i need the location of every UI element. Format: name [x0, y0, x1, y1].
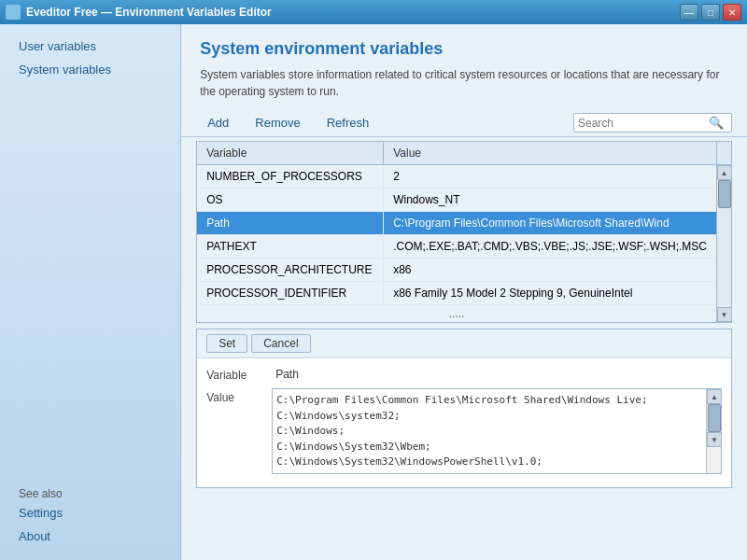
content-header: System environment variables System vari… [181, 24, 747, 109]
table-body-container: NUMBER_OF_PROCESSORS 2 OS Windows_NT Pat… [197, 165, 731, 322]
edit-toolbar: Set Cancel [197, 329, 731, 358]
variables-table-container: Variable Value NUMBER_OF_PROCESSORS 2 OS… [196, 141, 732, 323]
value-scroll-down[interactable]: ▼ [707, 432, 722, 447]
scroll-thumb[interactable] [718, 180, 731, 208]
table-scrollbar[interactable]: ▲ ▼ [716, 165, 731, 322]
value-label: Value [206, 388, 272, 404]
refresh-button[interactable]: Refresh [316, 113, 381, 133]
edit-section: Set Cancel Variable Path Value C:\Progra… [196, 329, 732, 488]
variable-label: Variable [206, 366, 272, 382]
close-button[interactable]: ✕ [723, 4, 741, 21]
page-description: System variables store information relat… [200, 66, 728, 100]
table-row[interactable]: NUMBER_OF_PROCESSORS 2 [197, 165, 716, 189]
set-button[interactable]: Set [206, 334, 247, 353]
header-value: Value [384, 142, 716, 164]
table-row[interactable]: PROCESSOR_ARCHITECTURE x86 [197, 259, 716, 282]
value-scrollbar[interactable]: ▲ ▼ [706, 389, 721, 473]
cell-variable: PATHEXT [197, 235, 384, 258]
main-layout: User variables System variables See also… [0, 24, 747, 560]
maximize-button[interactable]: □ [701, 4, 720, 21]
search-icon: 🔍 [709, 116, 724, 130]
minimize-button[interactable]: — [680, 4, 698, 21]
cell-value: x86 Family 15 Model 2 Stepping 9, Genuin… [384, 282, 716, 304]
table-row[interactable]: OS Windows_NT [197, 189, 716, 212]
sidebar-bottom: See also Settings About [7, 482, 173, 549]
window-title: Eveditor Free — Environment Variables Ed… [26, 6, 272, 19]
content-area: System environment variables System vari… [181, 24, 747, 560]
cell-variable: PROCESSOR_ARCHITECTURE [197, 259, 384, 281]
table-row-selected[interactable]: Path C:\Program Files\Common Files\Micro… [197, 212, 716, 235]
search-input[interactable] [578, 117, 709, 130]
cancel-button[interactable]: Cancel [251, 334, 310, 353]
cell-variable: PROCESSOR_IDENTIFIER [197, 282, 384, 304]
sidebar-top: User variables System variables [7, 35, 173, 482]
sidebar: User variables System variables See also… [0, 24, 181, 560]
table-ellipsis: ..... [197, 305, 716, 322]
edit-variable-row: Variable Path [206, 366, 722, 383]
scroll-track[interactable] [717, 180, 731, 307]
edit-form: Variable Path Value C:\Program Files\Com… [197, 358, 731, 487]
scroll-up-arrow[interactable]: ▲ [717, 165, 732, 180]
cell-variable: OS [197, 189, 384, 211]
cell-value: 2 [384, 165, 716, 188]
scroll-down-arrow[interactable]: ▼ [717, 307, 732, 322]
remove-button[interactable]: Remove [244, 113, 311, 133]
app-icon [6, 5, 21, 20]
header-scroll-placeholder [716, 142, 731, 164]
title-bar-left: Eveditor Free — Environment Variables Ed… [6, 5, 272, 20]
table-row[interactable]: PROCESSOR_IDENTIFIER x86 Family 15 Model… [197, 282, 716, 305]
sidebar-item-user-variables[interactable]: User variables [7, 35, 173, 57]
cell-value: Windows_NT [384, 189, 716, 211]
header-variable: Variable [197, 142, 384, 164]
cell-value: .COM;.EXE;.BAT;.CMD;.VBS;.VBE;.JS;.JSE;.… [384, 235, 716, 258]
value-textarea[interactable]: C:\Program Files\Common Files\Microsoft … [273, 389, 706, 473]
value-scroll-up[interactable]: ▲ [707, 389, 722, 404]
table-row[interactable]: PATHEXT .COM;.EXE;.BAT;.CMD;.VBS;.VBE;.J… [197, 235, 716, 259]
cell-variable: Path [197, 212, 384, 234]
see-also-label: See also [7, 482, 173, 502]
cell-variable: NUMBER_OF_PROCESSORS [197, 165, 384, 188]
search-box: 🔍 [573, 113, 732, 133]
variable-value: Path [272, 366, 722, 383]
cell-value: C:\Program Files\Common Files\Microsoft … [384, 212, 716, 234]
table-rows-area: NUMBER_OF_PROCESSORS 2 OS Windows_NT Pat… [197, 165, 716, 322]
page-title: System environment variables [200, 39, 728, 59]
sidebar-item-system-variables[interactable]: System variables [7, 59, 173, 80]
main-toolbar: Add Remove Refresh 🔍 [181, 109, 747, 137]
add-button[interactable]: Add [196, 113, 240, 133]
title-controls: — □ ✕ [680, 4, 741, 21]
value-scroll-track[interactable] [707, 404, 721, 432]
value-scroll-thumb[interactable] [708, 404, 721, 432]
sidebar-item-about[interactable]: About [7, 525, 173, 547]
sidebar-item-settings[interactable]: Settings [7, 502, 173, 524]
title-bar: Eveditor Free — Environment Variables Ed… [0, 0, 747, 24]
table-header: Variable Value [197, 142, 731, 165]
value-textarea-container: C:\Program Files\Common Files\Microsoft … [272, 388, 722, 474]
cell-value: x86 [384, 259, 716, 281]
edit-value-row: Value C:\Program Files\Common Files\Micr… [206, 388, 722, 474]
